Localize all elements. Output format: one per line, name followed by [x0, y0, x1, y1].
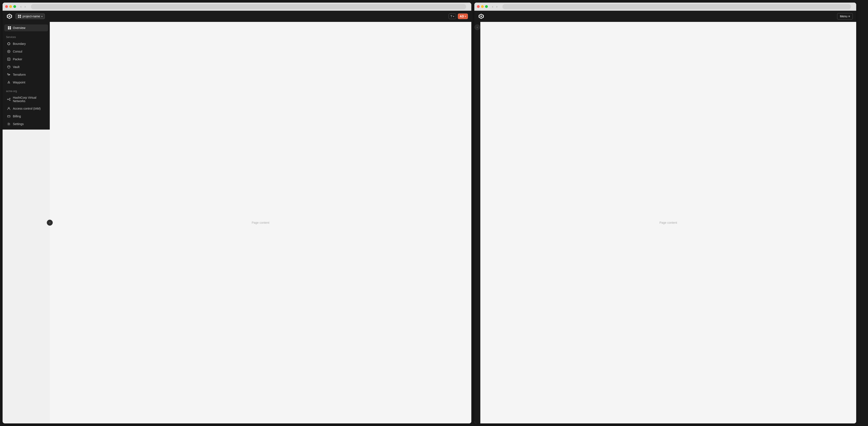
address-bar-right[interactable]: [502, 4, 851, 9]
close-button[interactable]: [5, 5, 8, 8]
help-chevron-icon: ▾: [453, 15, 454, 18]
sidebar-collapse-toggle[interactable]: «: [47, 220, 53, 226]
consul-icon: [7, 50, 11, 53]
sidebar-item-consul[interactable]: Consul: [3, 48, 49, 55]
svg-rect-3: [20, 17, 21, 18]
sidebar-item-packer[interactable]: Packer: [3, 56, 49, 63]
hashicorp-logo[interactable]: [6, 13, 13, 20]
waypoint-icon: [7, 81, 11, 84]
right-main: » Page content: [474, 22, 856, 423]
sidebar-item-hvn[interactable]: HashiCorp Virtual Networks: [3, 94, 49, 104]
project-selector[interactable]: project-name ▾: [16, 13, 45, 19]
packer-label: Packer: [13, 58, 22, 61]
user-initials: AD: [460, 14, 464, 18]
boundary-icon: [7, 42, 11, 46]
forward-button-right[interactable]: ›: [495, 4, 498, 9]
project-chevron-icon: ▾: [41, 15, 42, 18]
network-icon: [7, 97, 11, 101]
expand-chevron-icon: »: [477, 26, 478, 29]
overview-icon: [8, 26, 11, 30]
help-button[interactable]: ? ▾: [448, 13, 456, 19]
svg-rect-5: [10, 26, 11, 28]
address-bar-left[interactable]: [31, 4, 466, 9]
svg-point-13: [9, 100, 10, 100]
svg-rect-4: [8, 26, 9, 28]
page-content-right: Page content: [659, 221, 677, 224]
left-browser-window: ‹ › project-name: [3, 3, 471, 423]
svg-rect-2: [18, 17, 19, 18]
svg-point-11: [7, 99, 8, 100]
top-nav-right: Menu ≡: [474, 11, 856, 22]
sidebar-item-billing[interactable]: Billing: [3, 113, 49, 120]
user-button[interactable]: AD ▾: [458, 13, 468, 19]
svg-rect-1: [20, 15, 21, 16]
vault-icon: [7, 65, 11, 69]
forward-button[interactable]: ›: [24, 4, 26, 9]
browser-nav-left: ‹ ›: [20, 4, 27, 9]
svg-rect-0: [18, 15, 19, 16]
consul-label: Consul: [13, 50, 22, 53]
menu-label: Menu ≡: [840, 14, 850, 18]
minimize-button-right[interactable]: [481, 5, 484, 8]
hashicorp-logo-right[interactable]: [478, 13, 485, 20]
waypoint-label: Waypoint: [13, 81, 25, 84]
terraform-label: Terraform: [13, 73, 26, 77]
project-name: project-name: [23, 14, 40, 18]
back-button[interactable]: ‹: [20, 4, 22, 9]
user-chevron-icon: ▾: [465, 15, 466, 18]
sidebar-item-terraform[interactable]: Terraform: [3, 71, 49, 78]
right-expand-toggle[interactable]: »: [474, 22, 480, 423]
svg-rect-15: [7, 115, 10, 117]
maximize-button-right[interactable]: [485, 5, 488, 8]
browser-chrome-right: ‹ ›: [474, 3, 856, 11]
expand-icon: »: [474, 25, 480, 30]
terraform-icon: [7, 73, 11, 77]
billing-icon: [7, 114, 11, 118]
sidebar-overview[interactable]: Overview: [4, 25, 48, 31]
main-content-area-left: Page content: [50, 22, 471, 423]
minimize-button[interactable]: [9, 5, 12, 8]
org-section-label: acme-org: [3, 86, 50, 94]
traffic-lights-right: [477, 5, 488, 8]
main-layout-left: Overview Services Boundary: [3, 22, 471, 423]
browser-chrome-left: ‹ ›: [3, 3, 471, 11]
sidebar-item-iam[interactable]: Access control (IAM): [3, 105, 49, 112]
collapse-icon: «: [49, 221, 51, 224]
sidebar-wrapper: Overview Services Boundary: [3, 22, 50, 423]
maximize-button[interactable]: [13, 5, 16, 8]
project-icon: [18, 14, 21, 18]
boundary-label: Boundary: [13, 42, 26, 45]
close-button-right[interactable]: [477, 5, 480, 8]
page-content-left: Page content: [252, 221, 270, 224]
settings-label: Settings: [13, 122, 24, 126]
iam-label: Access control (IAM): [13, 107, 40, 110]
traffic-lights-left: [5, 5, 16, 8]
app-content-left: project-name ▾ ? ▾ AD ▾: [3, 11, 471, 423]
svg-rect-7: [10, 28, 11, 29]
svg-point-9: [8, 51, 9, 52]
settings-icon: [7, 122, 11, 126]
back-button-right[interactable]: ‹: [491, 4, 494, 9]
sidebar-item-vault[interactable]: Vault: [3, 63, 49, 70]
billing-label: Billing: [13, 115, 21, 118]
iam-icon: [7, 106, 11, 111]
sidebar: Overview Services Boundary: [3, 22, 50, 129]
sidebar-item-settings[interactable]: Settings: [3, 120, 49, 128]
main-content-area-right: Page content: [480, 22, 856, 423]
hvn-label: HashiCorp Virtual Networks: [13, 96, 45, 103]
app-content-right: Menu ≡ » Page content: [474, 11, 856, 423]
svg-point-12: [9, 98, 10, 99]
top-nav-left: project-name ▾ ? ▾ AD ▾: [3, 11, 471, 22]
vault-label: Vault: [13, 65, 20, 69]
menu-button[interactable]: Menu ≡: [837, 13, 853, 20]
help-label: ?: [451, 14, 452, 18]
window-divider: [471, 0, 473, 426]
overview-label: Overview: [13, 26, 25, 30]
svg-point-14: [8, 107, 9, 109]
sidebar-item-boundary[interactable]: Boundary: [3, 40, 49, 48]
browser-nav-right: ‹ ›: [491, 4, 498, 9]
svg-rect-6: [8, 28, 9, 29]
packer-icon: [7, 57, 11, 61]
services-section-label: Services: [3, 32, 50, 40]
sidebar-item-waypoint[interactable]: Waypoint: [3, 79, 49, 86]
